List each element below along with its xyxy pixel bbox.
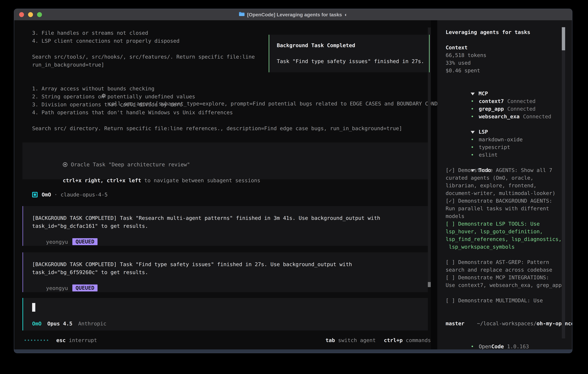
- agent-square-icon: [32, 192, 38, 197]
- close-button[interactable]: [19, 12, 24, 17]
- todo-item-done: [✓] Demonstrate BACKGROUND AGENTS: Run p…: [446, 197, 572, 220]
- tab-key-label: switch agent: [335, 337, 376, 343]
- status-right: tab switch agent ctrl+p commands: [317, 337, 431, 343]
- oracle-task-title-line: Oracle Task "Deep architecture review": [32, 153, 428, 161]
- background-task-message: [BACKGROUND TASK COMPLETED] Task "Find t…: [22, 252, 428, 292]
- dot-icon: •: [471, 98, 474, 104]
- status-badge: QUEUED: [72, 284, 97, 291]
- opencode-window: [OpenCode] Leveraging agents for tasks ◐…: [14, 9, 572, 353]
- agent-separator: ·: [54, 192, 57, 197]
- message-line: [BACKGROUND TASK COMPLETED] Task "Resear…: [32, 214, 428, 222]
- input-provider-label: Anthropic: [78, 321, 106, 327]
- dot-icon: •: [471, 106, 474, 112]
- notification-title: Background Task Completed: [277, 41, 429, 49]
- session-sidebar: Leveraging agents for tasks Context 66,5…: [437, 20, 572, 349]
- sidebar-scrollbar-thumb[interactable]: [562, 27, 565, 50]
- todo-item-current: [ ] Demonstrate LSP TOOLS: Use lsp_hover…: [446, 220, 572, 251]
- text-cursor: [32, 303, 35, 312]
- status-badge: QUEUED: [72, 238, 97, 245]
- context-heading: Context: [446, 44, 572, 51]
- notification-body: Task "Find type safety issues" finished …: [277, 57, 429, 65]
- input-agent-label[interactable]: OmO: [32, 321, 42, 327]
- commands-hint: ctrl+p commands: [384, 337, 431, 343]
- dot-icon: •: [471, 144, 474, 150]
- oracle-task-title: Oracle Task "Deep architecture review": [71, 162, 190, 167]
- mcp-section-header[interactable]: MCP: [446, 82, 572, 90]
- context-spent: $0.46 spent: [446, 67, 572, 74]
- lsp-section-header[interactable]: LSP: [446, 120, 572, 128]
- esc-key-hint: esc: [56, 337, 66, 343]
- record-circle-icon: [63, 162, 67, 167]
- message-author-row: yeongyuQUEUED: [32, 276, 428, 284]
- todo-item-pending: [ ] Demonstrate MCP INTEGRATIONS: Use co…: [446, 274, 572, 289]
- minimize-button[interactable]: [28, 12, 33, 17]
- oracle-hint-text: to navigate between subagent sessions: [141, 177, 261, 183]
- ctrlp-key-hint: ctrl+p: [384, 337, 403, 343]
- terminal-output-line: 2. String operations on potentially unde…: [32, 93, 488, 101]
- traffic-lights: [19, 9, 42, 20]
- tab-key-hint: tab: [326, 337, 335, 343]
- esc-key-label: interrupt: [66, 337, 97, 343]
- chat-scrollbar-thumb[interactable]: [428, 282, 431, 287]
- terminal-output-line: [32, 116, 488, 124]
- zoom-button[interactable]: [37, 12, 42, 17]
- agent-model: claude-opus-4-5: [61, 192, 108, 197]
- message-line: [BACKGROUND TASK COMPLETED] Task "Find t…: [32, 260, 428, 268]
- notification-spacer: [277, 49, 429, 57]
- sidebar-scrollbar[interactable]: [562, 27, 565, 338]
- dot-icon: •: [471, 136, 474, 143]
- titlebar[interactable]: [OpenCode] Leveraging agents for tasks ◐: [14, 9, 572, 20]
- tab-hint: tab switch agent: [326, 337, 376, 343]
- oracle-hint-keys: ctrl+x right, ctrl+x left: [63, 177, 141, 183]
- agent-header: OmO · claude-opus-4-5: [32, 191, 108, 198]
- message-author-row: yeongyuQUEUED: [32, 230, 428, 238]
- window-title: [OpenCode] Leveraging agents for tasks ◐: [239, 12, 347, 18]
- oracle-task-box[interactable]: Oracle Task "Deep architecture review" c…: [22, 143, 428, 179]
- half-circle-icon: ◐: [345, 12, 348, 18]
- agent-name: OmO: [42, 192, 51, 197]
- chat-pane[interactable]: 3. File handles or streams not closed 4.…: [14, 20, 431, 349]
- input-model-label[interactable]: Opus 4.5: [47, 321, 72, 327]
- status-bar: esc interrupt tab switch agent ctrl+p co…: [25, 336, 431, 344]
- triangle-down-icon: [471, 93, 475, 95]
- dot-icon: •: [471, 152, 474, 158]
- background-task-message: [BACKGROUND TASK COMPLETED] Task "Resear…: [22, 206, 428, 246]
- ctrlp-key-label: commands: [403, 337, 431, 343]
- todo-item-done: [✓] Demonstrate AGENTS: Show all 7 curat…: [446, 166, 572, 197]
- status-left: esc interrupt: [25, 337, 97, 343]
- background-task-notification: Background Task Completed Task "Find typ…: [269, 35, 430, 72]
- context-tokens: 66,518 tokens: [446, 51, 572, 59]
- spinner-dots: [25, 340, 48, 341]
- terminal-output-line: 4. Path operations that don't handle Win…: [32, 108, 488, 116]
- message-author: yeongyu: [46, 285, 68, 291]
- todo-item-pending: [ ] Demonstrate AST-GREP: Pattern search…: [446, 258, 572, 274]
- oracle-hint-line: ctrl+x right, ctrl+x left to navigate be…: [32, 168, 428, 177]
- dot-icon: •: [471, 114, 474, 119]
- session-title: Leveraging agents for tasks: [446, 28, 572, 36]
- folder-icon: [239, 12, 244, 18]
- window-title-text: [OpenCode] Leveraging agents for tasks: [247, 12, 342, 18]
- message-line: task_id="bg_dcfac161" to get results.: [32, 222, 428, 230]
- context-used: 33% used: [446, 59, 572, 67]
- app-content: 3. File handles or streams not closed 4.…: [14, 20, 572, 349]
- input-footer: OmO Opus 4.5 Anthropic: [32, 320, 106, 328]
- tool-call-line: call_omo_agent [subagent_type=explore, p…: [32, 77, 488, 85]
- todo-section-header[interactable]: Todo: [446, 159, 572, 166]
- workspace-path: ~/local-workspaces/oh-my-opencode: maste…: [446, 312, 572, 327]
- todo-item-pending: [ ] Demonstrate MULTIMODAL: Use: [446, 297, 572, 304]
- triangle-down-icon: [471, 131, 475, 134]
- terminal-output-line: Search src/ directory. Return specific f…: [32, 124, 488, 132]
- message-line: task_id="bg_6f59260c" to get results.: [32, 268, 428, 276]
- dot-icon: •: [471, 343, 474, 349]
- version-line: •OpenCode 1.0.163: [446, 335, 572, 343]
- prompt-input[interactable]: OmO Opus 4.5 Anthropic: [22, 298, 428, 331]
- message-author: yeongyu: [46, 239, 68, 245]
